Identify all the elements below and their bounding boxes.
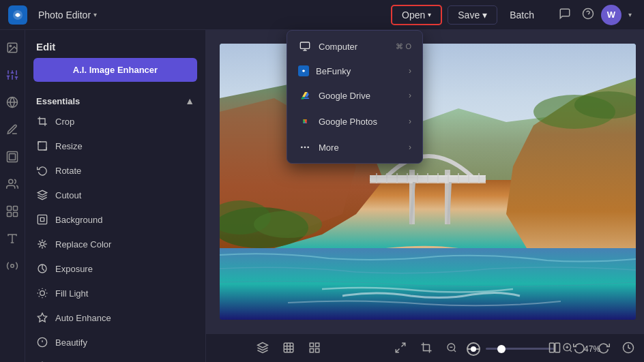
batch-button[interactable]: Batch bbox=[503, 6, 541, 24]
svg-rect-50 bbox=[220, 248, 636, 320]
tool-auto-enhance[interactable]: Auto Enhance bbox=[25, 305, 205, 330]
rotate-icon bbox=[36, 164, 48, 177]
compare-btn[interactable] bbox=[544, 339, 565, 359]
google-drive-label: Google Drive bbox=[319, 91, 370, 101]
svg-point-104 bbox=[302, 147, 302, 147]
svg-line-84 bbox=[402, 343, 405, 346]
menu-item-google-photos[interactable]: Google Photos › bbox=[287, 108, 422, 134]
svg-rect-22 bbox=[14, 213, 18, 217]
svg-rect-19 bbox=[8, 207, 12, 211]
tool-fill-light[interactable]: Fill Light bbox=[25, 281, 205, 305]
zoom-slider[interactable] bbox=[486, 348, 554, 350]
google-photos-icon bbox=[298, 115, 312, 128]
resize-icon bbox=[36, 140, 48, 152]
computer-shortcut: ⌘O bbox=[396, 42, 411, 51]
svg-rect-81 bbox=[316, 343, 319, 346]
befunky-icon bbox=[298, 65, 309, 76]
sidebar-stock-btn[interactable] bbox=[0, 199, 25, 224]
tool-resize[interactable]: Resize bbox=[25, 134, 205, 158]
undo-btn[interactable] bbox=[569, 339, 589, 359]
zoom-out-btn[interactable] bbox=[442, 340, 461, 359]
svg-point-102 bbox=[304, 147, 305, 147]
more-label: More bbox=[319, 142, 339, 153]
svg-point-4 bbox=[10, 45, 11, 46]
history-btn[interactable] bbox=[618, 339, 639, 359]
svg-point-103 bbox=[308, 147, 308, 147]
google-drive-arrow: › bbox=[409, 91, 411, 100]
fill-light-icon bbox=[36, 287, 48, 299]
fit-screen-btn[interactable] bbox=[390, 339, 411, 359]
tool-background-label: Background bbox=[55, 215, 102, 225]
open-caret: ▾ bbox=[428, 11, 431, 18]
tool-fill-light-label: Fill Light bbox=[55, 288, 88, 299]
topbar: Photo Editor ▾ Open ▾ Save ▾ Batch W ▾ bbox=[0, 0, 644, 30]
user-avatar[interactable]: W bbox=[601, 5, 621, 25]
befunky-arrow: › bbox=[409, 66, 411, 76]
help-icon-button[interactable] bbox=[578, 5, 598, 25]
app-title-button[interactable]: Photo Editor ▾ bbox=[33, 7, 102, 23]
background-icon bbox=[36, 213, 48, 226]
tool-rotate[interactable]: Rotate bbox=[25, 158, 205, 183]
more-arrow: › bbox=[409, 142, 411, 152]
open-dropdown-menu: Computer ⌘O BeFunky › Google Drive › bbox=[287, 30, 423, 164]
tool-crop[interactable]: Crop bbox=[25, 109, 205, 134]
google-drive-icon bbox=[298, 89, 312, 102]
menu-item-befunky[interactable]: BeFunky › bbox=[287, 59, 422, 82]
svg-rect-96 bbox=[550, 343, 555, 352]
sidebar-graphics-btn[interactable] bbox=[0, 254, 25, 278]
open-button[interactable]: Open ▾ bbox=[391, 5, 442, 25]
sidebar-text-btn[interactable] bbox=[0, 226, 25, 251]
svg-rect-75 bbox=[284, 343, 293, 352]
tool-resize-label: Resize bbox=[55, 141, 83, 151]
auto-enhance-icon bbox=[36, 312, 48, 324]
tool-replace-color-label: Replace Color bbox=[55, 239, 111, 250]
sidebar-photos-btn[interactable] bbox=[0, 35, 25, 60]
grid-btn[interactable] bbox=[304, 339, 325, 359]
tool-color[interactable]: Color bbox=[25, 355, 205, 362]
svg-rect-83 bbox=[316, 348, 319, 352]
ai-enhancer-button[interactable]: A.I. Image Enhancer bbox=[33, 58, 197, 82]
chat-icon-button[interactable] bbox=[555, 5, 575, 25]
svg-rect-82 bbox=[310, 348, 313, 352]
bottom-bar: 47% bbox=[206, 333, 644, 362]
computer-icon bbox=[298, 40, 312, 53]
svg-rect-21 bbox=[8, 213, 12, 217]
save-button[interactable]: Save ▾ bbox=[448, 5, 497, 25]
canvas-container[interactable] bbox=[206, 30, 644, 333]
tool-replace-color[interactable]: Replace Color bbox=[25, 232, 205, 256]
computer-label: Computer bbox=[319, 42, 357, 52]
svg-line-34 bbox=[45, 296, 46, 297]
canvas-area: 47% bbox=[206, 30, 644, 362]
sidebar-people-btn[interactable] bbox=[0, 172, 25, 196]
layers-btn[interactable] bbox=[252, 339, 273, 359]
open-label: Open bbox=[402, 10, 425, 20]
icon-sidebar bbox=[0, 30, 25, 362]
svg-line-38 bbox=[45, 290, 46, 290]
menu-item-google-drive[interactable]: Google Drive › bbox=[287, 82, 422, 108]
user-initial: W bbox=[607, 10, 615, 20]
tool-cutout[interactable]: Cutout bbox=[25, 183, 205, 207]
sidebar-edit-btn[interactable] bbox=[0, 63, 25, 87]
menu-item-computer[interactable]: Computer ⌘O bbox=[287, 33, 422, 59]
svg-line-37 bbox=[39, 296, 40, 297]
save-label: Save bbox=[458, 10, 480, 20]
sidebar-frames-btn[interactable] bbox=[0, 145, 25, 169]
tool-rotate-label: Rotate bbox=[55, 166, 81, 176]
svg-rect-17 bbox=[10, 154, 16, 160]
panel-header: Edit bbox=[25, 30, 205, 58]
frame-btn[interactable] bbox=[278, 339, 299, 359]
tool-exposure-label: Exposure bbox=[55, 264, 93, 274]
sidebar-effects-btn[interactable] bbox=[0, 90, 25, 115]
app-title-label: Photo Editor bbox=[38, 10, 91, 20]
tool-exposure[interactable]: Exposure bbox=[25, 256, 205, 281]
menu-item-more[interactable]: More › bbox=[287, 134, 422, 160]
tool-beautify[interactable]: Beautify bbox=[25, 330, 205, 355]
batch-label: Batch bbox=[510, 10, 534, 20]
essentials-collapse-btn[interactable]: ▲ bbox=[185, 95, 194, 106]
svg-marker-39 bbox=[38, 313, 46, 322]
redo-btn[interactable] bbox=[594, 339, 614, 359]
crop-tool-btn[interactable] bbox=[416, 339, 437, 359]
sidebar-touch-btn[interactable] bbox=[0, 117, 25, 142]
tool-background[interactable]: Background bbox=[25, 207, 205, 232]
user-menu-chevron[interactable]: ▾ bbox=[624, 8, 636, 21]
